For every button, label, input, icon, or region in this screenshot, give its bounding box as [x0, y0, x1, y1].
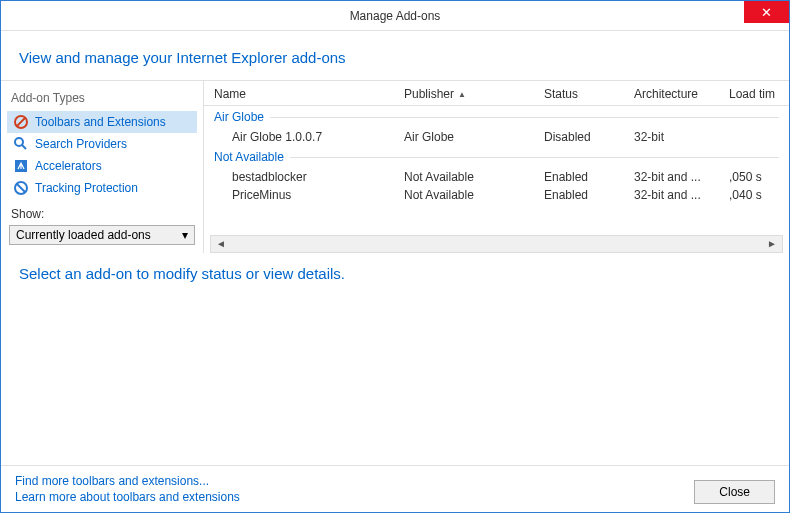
sidebar-item-toolbars[interactable]: Toolbars and Extensions — [7, 111, 197, 133]
show-label: Show: — [7, 199, 197, 223]
sidebar-item-label: Tracking Protection — [35, 181, 138, 195]
svg-point-2 — [15, 138, 23, 146]
header-publisher[interactable]: Publisher ▲ — [404, 87, 544, 101]
sidebar-item-tracking[interactable]: Tracking Protection — [7, 177, 197, 199]
cell-loadtime — [729, 130, 789, 144]
learn-more-link[interactable]: Learn more about toolbars and extensions — [15, 490, 240, 504]
header-architecture[interactable]: Architecture — [634, 87, 729, 101]
scroll-track[interactable] — [229, 238, 764, 250]
sidebar-item-label: Search Providers — [35, 137, 127, 151]
show-dropdown[interactable]: Currently loaded add-ons ▾ — [9, 225, 195, 245]
toolbars-icon — [13, 114, 29, 130]
cell-status: Enabled — [544, 170, 634, 184]
sidebar-title: Add-on Types — [7, 89, 197, 111]
header-publisher-label: Publisher — [404, 87, 454, 101]
cell-architecture: 32-bit and ... — [634, 188, 729, 202]
detail-message: Select an add-on to modify status or vie… — [1, 253, 789, 294]
close-button[interactable]: Close — [694, 480, 775, 504]
table-row[interactable]: PriceMinus Not Available Enabled 32-bit … — [204, 186, 789, 204]
scroll-right-icon[interactable]: ► — [764, 238, 780, 249]
svg-line-1 — [17, 118, 25, 126]
chevron-down-icon: ▾ — [182, 228, 188, 242]
content-area: Add-on Types Toolbars and Extensions Sea… — [1, 81, 789, 253]
table-row[interactable]: bestadblocker Not Available Enabled 32-b… — [204, 168, 789, 186]
find-more-link[interactable]: Find more toolbars and extensions... — [15, 474, 240, 488]
group-header: Air Globe — [204, 106, 789, 128]
cell-loadtime: ,040 s — [729, 188, 789, 202]
accelerators-icon — [13, 158, 29, 174]
scroll-left-icon[interactable]: ◄ — [213, 238, 229, 249]
header-name[interactable]: Name — [204, 87, 404, 101]
header-status[interactable]: Status — [544, 87, 634, 101]
header-loadtime[interactable]: Load tim — [729, 87, 789, 101]
group-title: Not Available — [214, 150, 284, 164]
manage-addons-window: Manage Add-ons ✕ View and manage your In… — [0, 0, 790, 513]
addons-table: Name Publisher ▲ Status Architecture Loa… — [204, 81, 789, 253]
close-window-button[interactable]: ✕ — [744, 1, 789, 23]
spacer — [1, 294, 789, 466]
cell-name: bestadblocker — [204, 170, 404, 184]
tracking-icon — [13, 180, 29, 196]
main-panel: Name Publisher ▲ Status Architecture Loa… — [204, 81, 789, 253]
window-title: Manage Add-ons — [1, 9, 789, 23]
sidebar-item-accelerators[interactable]: Accelerators — [7, 155, 197, 177]
footer: Find more toolbars and extensions... Lea… — [1, 465, 789, 512]
cell-publisher: Not Available — [404, 188, 544, 202]
close-icon: ✕ — [761, 5, 772, 20]
footer-links: Find more toolbars and extensions... Lea… — [15, 474, 240, 504]
cell-name: PriceMinus — [204, 188, 404, 202]
sidebar: Add-on Types Toolbars and Extensions Sea… — [1, 81, 204, 253]
cell-publisher: Not Available — [404, 170, 544, 184]
sidebar-item-label: Toolbars and Extensions — [35, 115, 166, 129]
page-header: View and manage your Internet Explorer a… — [1, 31, 789, 81]
svg-line-6 — [17, 184, 25, 192]
cell-status: Disabled — [544, 130, 634, 144]
divider — [270, 117, 779, 118]
table-row[interactable]: Air Globe 1.0.0.7 Air Globe Disabled 32-… — [204, 128, 789, 146]
divider — [290, 157, 779, 158]
search-icon — [13, 136, 29, 152]
cell-architecture: 32-bit and ... — [634, 170, 729, 184]
group-title: Air Globe — [214, 110, 264, 124]
group-header: Not Available — [204, 146, 789, 168]
sort-asc-icon: ▲ — [458, 90, 466, 99]
cell-loadtime: ,050 s — [729, 170, 789, 184]
sidebar-item-search[interactable]: Search Providers — [7, 133, 197, 155]
svg-line-3 — [22, 145, 26, 149]
titlebar: Manage Add-ons ✕ — [1, 1, 789, 31]
cell-name: Air Globe 1.0.0.7 — [204, 130, 404, 144]
sidebar-item-label: Accelerators — [35, 159, 102, 173]
cell-status: Enabled — [544, 188, 634, 202]
cell-publisher: Air Globe — [404, 130, 544, 144]
table-headers: Name Publisher ▲ Status Architecture Loa… — [204, 81, 789, 106]
cell-architecture: 32-bit — [634, 130, 729, 144]
horizontal-scrollbar[interactable]: ◄ ► — [210, 235, 783, 253]
dropdown-value: Currently loaded add-ons — [16, 228, 151, 242]
